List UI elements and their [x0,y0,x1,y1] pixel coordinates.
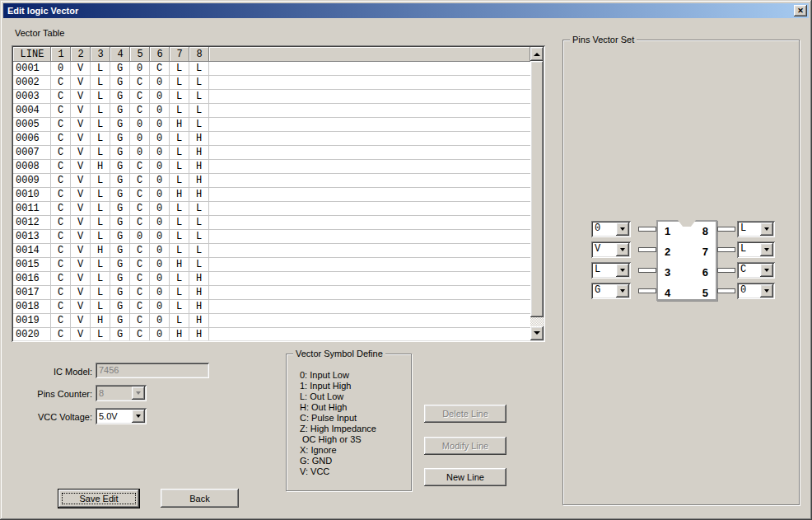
pin-3-select[interactable]: L [591,262,631,279]
line-number-cell: 0008 [13,160,51,174]
vector-cell: V [71,328,91,340]
vector-cell: H [91,314,110,328]
vector-cell: C [51,76,71,90]
vector-cell: C [51,132,71,146]
table-row[interactable]: 0010CVLGC0HH [13,188,530,202]
column-header-3[interactable]: 3 [91,47,110,62]
pin-7-select[interactable]: L [737,241,775,258]
save-edit-button[interactable]: Save Edit [58,489,140,508]
vector-cell: C [51,258,71,272]
pin-5-select[interactable]: 0 [737,283,775,299]
table-row[interactable]: 00010VLG0CLL [13,62,530,76]
table-row[interactable]: 0020CVLGC0HH [13,328,530,340]
column-header-6[interactable]: 6 [150,47,170,62]
pin-3-dropdown-button[interactable] [616,264,629,277]
vector-cell: C [130,300,150,314]
pin-number-8: 8 [702,225,708,237]
pins-vector-set-title: Pins Vector Set [570,35,637,45]
column-header-line[interactable]: LINE [13,47,51,62]
vector-cell: H [170,328,189,340]
vector-cell: V [71,118,91,132]
table-row[interactable]: 0018CVLGC0LH [13,300,530,314]
table-row[interactable]: 0002CVLGC0LL [13,76,530,90]
vector-cell: G [110,62,130,76]
vector-cell: G [110,132,130,146]
vector-cell: H [189,174,209,188]
new-line-button[interactable]: New Line [424,468,506,486]
chevron-down-icon [136,415,141,420]
chevron-down-icon [764,227,769,233]
table-row[interactable]: 0007CVLG00LH [13,146,530,160]
column-header-8[interactable]: 8 [189,47,209,62]
table-row[interactable]: 0012CVLGC0LL [13,216,530,230]
column-header-4[interactable]: 4 [110,47,130,62]
vector-cell: V [71,76,91,90]
pin-8-select[interactable]: L [737,221,775,237]
table-row[interactable]: 0015CVLGC0HL [13,258,530,272]
scrollbar-thumb[interactable] [530,61,544,317]
back-button[interactable]: Back [161,489,239,508]
vector-cell: C [130,188,150,202]
pin-7-dropdown-button[interactable] [760,243,773,256]
pin-4-select[interactable]: G [591,283,631,299]
column-header-1[interactable]: 1 [51,47,71,62]
vector-cell: 0 [130,230,150,244]
scroll-up-button[interactable] [530,47,544,61]
vector-symbol-define-group: Vector Symbol Define 0: Input Low1: Inpu… [286,354,412,491]
pin-1-dropdown-button[interactable] [616,223,629,236]
vector-cell: G [110,286,130,300]
table-row[interactable]: 0017CVLGC0LH [13,286,530,300]
table-row[interactable]: 0006CVLG00LH [13,132,530,146]
pins-counter-dropdown-button [132,386,145,400]
pin-2-dropdown-button[interactable] [616,243,629,256]
vector-cell: L [189,202,209,216]
table-row[interactable]: 0003CVLGC0LL [13,90,530,104]
table-row[interactable]: 0016CVLGC0LH [13,272,530,286]
vector-cell: H [189,188,209,202]
vector-cell: 0 [51,62,71,76]
pin-4-stub [638,288,656,293]
close-icon: ✕ [797,7,804,15]
pin-4-dropdown-button[interactable] [616,284,629,297]
vector-cell: L [170,244,189,258]
column-header-5[interactable]: 5 [130,47,150,62]
table-row[interactable]: 0005CVLG00HL [13,118,530,132]
table-row[interactable]: 0019CVHGC0LH [13,314,530,328]
pin-5-stub [717,288,735,293]
table-row[interactable]: 0009CVLGC0LH [13,174,530,188]
vector-cell: L [91,146,110,160]
close-button[interactable]: ✕ [794,5,807,16]
vector-cell: H [189,328,209,340]
pin-8-dropdown-button[interactable] [760,223,773,236]
vector-cell: V [71,188,91,202]
vector-cell: 0 [150,202,170,216]
table-row[interactable]: 0013CVLG00LL [13,230,530,244]
vertical-scrollbar[interactable] [530,47,544,340]
vcc-voltage-dropdown-button[interactable] [132,410,145,423]
vector-cell: 0 [150,90,170,104]
table-row[interactable]: 0008CVHGC0LH [13,160,530,174]
scroll-down-button[interactable] [530,326,544,340]
pin-1-select[interactable]: 0 [591,221,631,237]
vector-cell: L [170,146,189,160]
pin-2-select[interactable]: V [591,241,631,258]
pin-5-dropdown-button[interactable] [760,284,773,297]
vector-cell: G [110,328,130,340]
vector-cell: 0 [150,118,170,132]
table-row[interactable]: 0004CVLGC0LL [13,104,530,118]
vector-cell: L [170,160,189,174]
column-header-7[interactable]: 7 [170,47,189,62]
table-row[interactable]: 0014CVHGC0LL [13,244,530,258]
table-row[interactable]: 0011CVLGC0LL [13,202,530,216]
pin-number-4: 4 [665,287,670,299]
vector-cell: V [71,146,91,160]
scrollbar-track[interactable] [530,317,544,326]
vector-cell: L [91,328,110,340]
vector-cell: V [71,230,91,244]
vector-cell: 0 [150,314,170,328]
vector-cell: L [91,188,110,202]
pin-6-dropdown-button[interactable] [760,264,773,277]
vcc-voltage-select[interactable]: 5.0V [96,408,147,424]
pin-6-select[interactable]: C [737,262,775,279]
column-header-2[interactable]: 2 [71,47,91,62]
